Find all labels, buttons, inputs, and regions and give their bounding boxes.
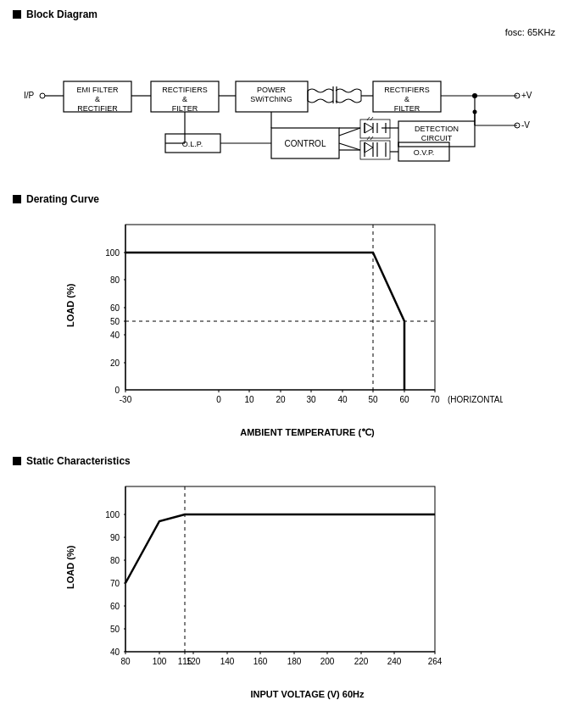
- svg-text:0: 0: [114, 386, 120, 395]
- svg-text:50: 50: [110, 317, 120, 326]
- svg-text:+V: +V: [521, 91, 532, 100]
- svg-text:40: 40: [110, 331, 120, 340]
- svg-text:DETECTION: DETECTION: [415, 125, 459, 133]
- fosc-label: fosc: 65KHz: [13, 27, 555, 37]
- svg-rect-109: [125, 225, 435, 390]
- static-characteristics-title: Static Characteristics: [13, 455, 555, 467]
- svg-text:80: 80: [120, 657, 131, 666]
- svg-text:220: 220: [354, 657, 369, 666]
- svg-text:180: 180: [287, 657, 302, 666]
- derating-chart-wrapper: LOAD (%) 100 80 60 50 40 20: [65, 212, 503, 424]
- svg-text:80: 80: [110, 275, 120, 285]
- static-x-axis-label: INPUT VOLTAGE (V) 60Hz: [250, 689, 364, 699]
- svg-text:100: 100: [153, 657, 167, 666]
- svg-text:70: 70: [430, 395, 440, 404]
- section-square-icon: [13, 10, 21, 19]
- svg-text:EMI FILTER: EMI FILTER: [77, 86, 119, 94]
- svg-rect-149: [125, 486, 435, 652]
- svg-text:100: 100: [105, 248, 120, 258]
- static-chart-wrapper: LOAD (%) 100 90 80 70 60: [65, 474, 503, 686]
- svg-text:240: 240: [387, 657, 402, 666]
- derating-y-axis-label: LOAD (%): [65, 212, 75, 398]
- section-square-icon-3: [13, 457, 21, 465]
- svg-text:CONTROL: CONTROL: [285, 139, 326, 148]
- svg-text:FILTER: FILTER: [172, 104, 198, 113]
- derating-curve-section: Derating Curve LOAD (%) 100 80 60 50: [13, 193, 555, 438]
- svg-text:30: 30: [306, 395, 316, 404]
- svg-text:50: 50: [110, 625, 120, 634]
- svg-text:60: 60: [110, 602, 120, 611]
- svg-text:50: 50: [368, 395, 378, 404]
- derating-x-axis-label: AMBIENT TEMPERATURE (℃): [240, 427, 374, 438]
- static-y-axis-label: LOAD (%): [65, 474, 75, 660]
- svg-text:&: &: [182, 95, 187, 103]
- svg-text:CIRCUIT: CIRCUIT: [421, 134, 453, 142]
- svg-text:90: 90: [110, 533, 120, 542]
- svg-text:60: 60: [399, 395, 409, 404]
- svg-text:160: 160: [253, 657, 268, 666]
- section-square-icon-2: [13, 195, 21, 203]
- svg-marker-44: [365, 123, 373, 133]
- svg-text:20: 20: [110, 358, 120, 368]
- svg-text:0: 0: [216, 395, 221, 404]
- block-diagram-svg: I/P EMI FILTER & RECTIFIER RECTIFIERS & …: [17, 41, 551, 176]
- svg-text:&: &: [404, 95, 409, 103]
- svg-text:70: 70: [110, 579, 120, 588]
- block-diagram-container: I/P EMI FILTER & RECTIFIER RECTIFIERS & …: [17, 41, 551, 176]
- derating-chart-container: LOAD (%) 100 80 60 50 40 20: [13, 212, 555, 438]
- svg-text:40: 40: [110, 647, 120, 657]
- svg-text:I/P: I/P: [24, 91, 35, 100]
- svg-text:FILTER: FILTER: [394, 104, 420, 113]
- svg-text:80: 80: [110, 556, 120, 565]
- svg-text:POWER: POWER: [257, 86, 287, 94]
- svg-text:RECTIFIER: RECTIFIER: [77, 104, 118, 113]
- svg-text:-30: -30: [120, 395, 132, 404]
- svg-text:140: 140: [220, 657, 235, 666]
- svg-text:RECTIFIERS: RECTIFIERS: [384, 86, 430, 94]
- svg-text:200: 200: [320, 657, 335, 666]
- svg-text:40: 40: [337, 395, 348, 404]
- derating-chart-svg: 100 80 60 50 40 20 0 -30 0: [79, 212, 503, 424]
- static-characteristics-section: Static Characteristics LOAD (%) 100 90 8…: [13, 455, 555, 699]
- svg-text:264: 264: [428, 657, 443, 666]
- svg-line-65: [339, 128, 360, 136]
- static-chart-container: LOAD (%) 100 90 80 70 60: [13, 474, 555, 699]
- svg-text:20: 20: [276, 395, 286, 404]
- svg-text:60: 60: [110, 303, 120, 313]
- block-diagram-title: Block Diagram: [13, 8, 555, 20]
- svg-point-2: [40, 93, 45, 98]
- svg-line-66: [339, 143, 360, 150]
- svg-marker-54: [365, 142, 373, 153]
- svg-text:RECTIFIERS: RECTIFIERS: [162, 86, 208, 94]
- static-chart-svg: 100 90 80 70 60 50 40 80 100: [79, 474, 503, 686]
- block-diagram-section: Block Diagram fosc: 65KHz I/P EMI FILTER…: [13, 8, 555, 176]
- svg-text:120: 120: [187, 657, 201, 666]
- svg-text:&: &: [95, 95, 100, 103]
- svg-text:SWiTChING: SWiTChING: [250, 95, 292, 103]
- svg-text:-V: -V: [521, 120, 530, 130]
- svg-text:(HORIZONTAL): (HORIZONTAL): [448, 395, 503, 404]
- svg-text:10: 10: [244, 395, 254, 404]
- svg-text:100: 100: [105, 510, 120, 520]
- derating-curve-title: Derating Curve: [13, 193, 555, 205]
- svg-point-37: [473, 110, 477, 114]
- svg-text:O.V.P.: O.V.P.: [414, 148, 435, 157]
